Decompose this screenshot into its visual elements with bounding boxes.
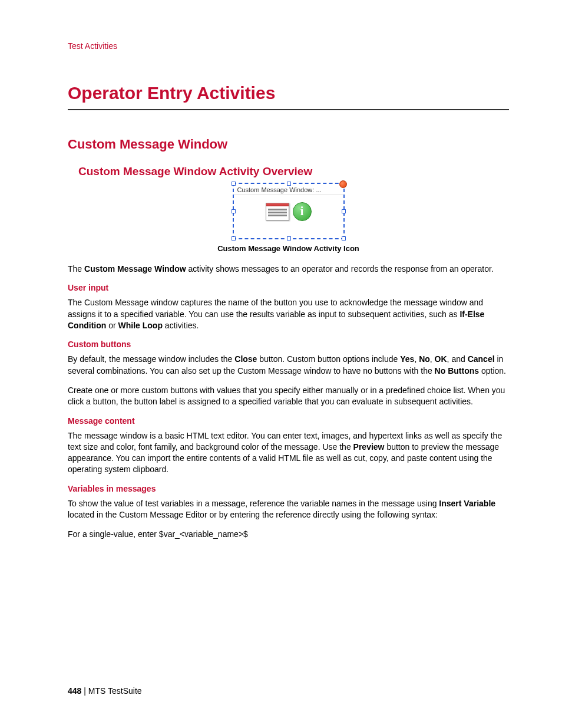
- footer-separator: |: [81, 686, 88, 696]
- info-icon: i: [293, 202, 312, 221]
- text: By default, the message window includes …: [68, 354, 234, 364]
- breadcrumb: Test Activities: [68, 41, 509, 51]
- text: To show the value of test variables in a…: [68, 499, 439, 508]
- footer-doc-title: MTS TestSuite: [88, 686, 142, 696]
- variables-heading: Variables in messages: [68, 484, 509, 493]
- dialog-icon: [266, 203, 289, 220]
- text: The: [68, 264, 84, 274]
- custom-buttons-paragraph-1: By default, the message window includes …: [68, 354, 509, 377]
- intro-paragraph: The Custom Message Window activity shows…: [68, 263, 509, 275]
- text-bold: OK: [435, 354, 447, 364]
- text: located in the Custom Message Editor or …: [68, 510, 438, 519]
- user-input-heading: User input: [68, 283, 509, 292]
- text-bold: While Loop: [118, 321, 163, 330]
- activity-icon-figure: Custom Message Window: ... i: [68, 183, 509, 239]
- page-title: Operator Entry Activities: [68, 83, 509, 106]
- message-content-heading: Message content: [68, 416, 509, 426]
- user-input-paragraph: The Custom Message window captures the n…: [68, 297, 509, 331]
- text: ,: [430, 354, 435, 364]
- text: option.: [479, 366, 506, 375]
- text: button. Custom button options include: [257, 354, 400, 364]
- text-bold: Cancel: [468, 354, 495, 364]
- text-bold: Close: [234, 354, 257, 364]
- page-footer: 448 | MTS TestSuite: [68, 686, 142, 696]
- figure-caption: Custom Message Window Activity Icon: [68, 244, 509, 253]
- text-bold: Preview: [353, 442, 385, 452]
- custom-message-window-icon: Custom Message Window: ... i: [233, 183, 345, 239]
- text-bold: Custom Message Window: [84, 264, 186, 274]
- section-heading: Custom Message Window: [68, 137, 509, 152]
- subsection-heading: Custom Message Window Activity Overview: [78, 165, 509, 178]
- text: , and: [447, 354, 468, 364]
- custom-buttons-heading: Custom buttons: [68, 340, 509, 349]
- text: or: [106, 321, 118, 330]
- variables-paragraph-2: For a single-value, enter $var_<variable…: [68, 529, 509, 540]
- text: ,: [414, 354, 419, 364]
- variables-paragraph-1: To show the value of test variables in a…: [68, 498, 509, 521]
- close-icon: [339, 180, 347, 188]
- text-bold: No Buttons: [435, 366, 479, 375]
- text-bold: No: [419, 354, 430, 364]
- text: activities.: [163, 321, 199, 330]
- text-bold: Yes: [400, 354, 414, 364]
- message-content-paragraph: The message window is a basic HTML text …: [68, 430, 509, 476]
- custom-buttons-paragraph-2: Create one or more custom buttons with v…: [68, 385, 509, 408]
- page-number: 448: [68, 686, 81, 696]
- text-bold: Insert Variable: [439, 499, 495, 508]
- title-rule: [68, 109, 509, 110]
- text: The Custom Message window captures the n…: [68, 298, 483, 318]
- text: activity shows messages to an operator a…: [186, 264, 494, 274]
